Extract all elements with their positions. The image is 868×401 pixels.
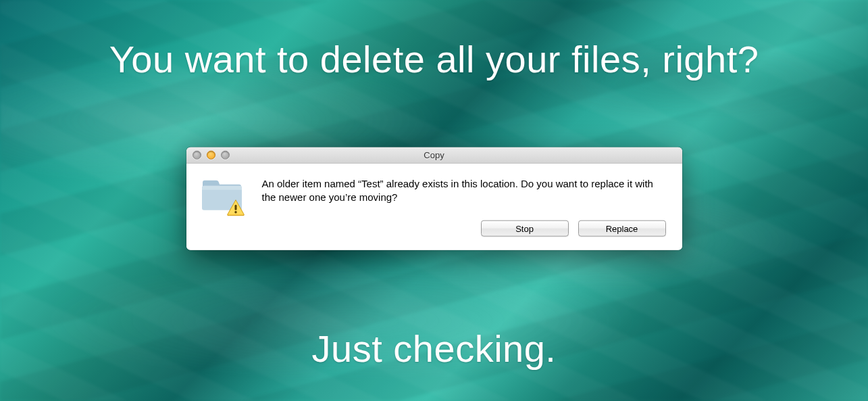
dialog-message: An older item named “Test” already exist… xyxy=(262,176,666,204)
svg-rect-0 xyxy=(234,204,236,210)
window-title: Copy xyxy=(186,149,682,160)
dialog-buttons: Stop Replace xyxy=(262,220,666,237)
caption-bottom: Just checking. xyxy=(0,327,868,371)
folder-warning-icon xyxy=(200,178,247,217)
zoom-button[interactable] xyxy=(221,150,230,159)
svg-point-1 xyxy=(234,211,236,213)
titlebar: Copy xyxy=(186,147,682,163)
close-button[interactable] xyxy=(193,150,201,159)
dialog-content: An older item named “Test” already exist… xyxy=(262,176,666,237)
dialog-body: An older item named “Test” already exist… xyxy=(186,163,682,250)
minimize-button[interactable] xyxy=(207,150,215,159)
replace-button[interactable]: Replace xyxy=(578,220,666,237)
copy-dialog: Copy An older item named “Test” alr xyxy=(186,147,682,250)
caption-top: You want to delete all your files, right… xyxy=(0,37,868,81)
stop-button[interactable]: Stop xyxy=(481,220,569,237)
traffic-lights xyxy=(186,150,230,159)
